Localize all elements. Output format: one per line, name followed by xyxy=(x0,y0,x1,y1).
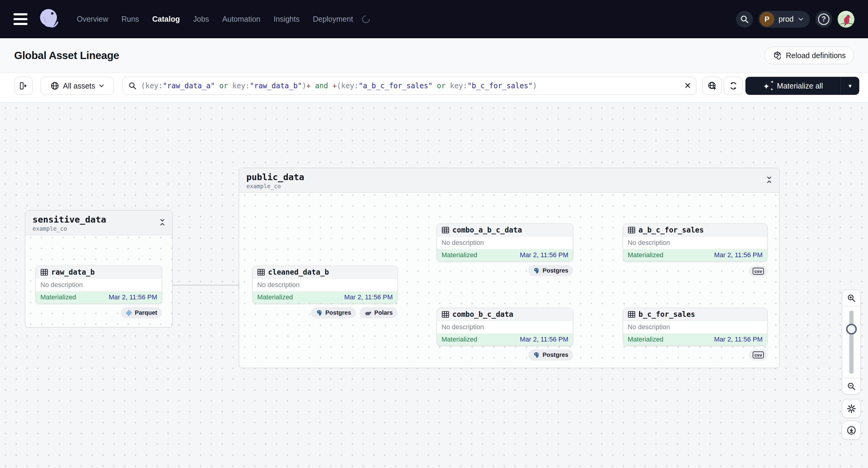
asset-node-cleaned-data-b[interactable]: cleaned_data_b No description Materializ… xyxy=(252,266,398,304)
chevron-down-icon xyxy=(798,17,804,21)
search-icon xyxy=(128,82,137,90)
page-header: Global Asset Lineage Reload definitions xyxy=(0,38,868,73)
parquet-icon xyxy=(126,310,132,316)
asset-name: b_c_for_sales xyxy=(639,310,695,319)
tag-parquet: Parquet xyxy=(121,307,162,318)
tag-label: Postgres xyxy=(542,267,568,274)
menu-icon[interactable] xyxy=(13,10,33,29)
group-header-sensitive-data[interactable]: sensitive_data example_co xyxy=(25,211,172,235)
asset-tags-raw-data-b: Parquet xyxy=(35,307,162,318)
asset-node-combo-a-b-c-data[interactable]: combo_a_b_c_data No description Material… xyxy=(437,223,573,261)
tag-label: Postgres xyxy=(542,351,568,358)
reload-definitions-label: Reload definitions xyxy=(786,51,846,60)
top-navbar: Overview Runs Catalog Jobs Automation In… xyxy=(0,0,868,38)
help-icon: ? xyxy=(818,13,830,25)
postgres-icon xyxy=(533,268,540,274)
panel-expand-icon xyxy=(19,81,28,90)
group-location: example_co xyxy=(33,225,165,232)
materialize-options-button[interactable]: ▾ xyxy=(841,77,859,95)
asset-node-raw-data-b[interactable]: raw_data_b No description Materialized M… xyxy=(35,266,162,304)
new-catalog-view-button[interactable] xyxy=(703,77,722,95)
asset-status-row: Materialized Mar 2, 11:56 PM xyxy=(437,249,573,261)
lineage-canvas[interactable]: sensitive_data example_co public_data ex… xyxy=(0,103,868,468)
status-badge: Materialized xyxy=(628,336,663,343)
nav-item-automation[interactable]: Automation xyxy=(222,15,260,24)
asset-name: raw_data_b xyxy=(51,268,95,277)
nav-item-deployment[interactable]: Deployment xyxy=(313,15,353,24)
tag-csv: csv xyxy=(749,266,767,277)
search-button[interactable] xyxy=(736,11,753,28)
zoom-slider-thumb[interactable] xyxy=(846,324,857,335)
deployment-name: prod xyxy=(779,15,794,24)
asset-status-row: Materialized Mar 2, 11:56 PM xyxy=(437,333,573,345)
status-badge: Materialized xyxy=(257,293,293,301)
nav-item-catalog[interactable]: Catalog xyxy=(152,15,180,24)
nav-item-jobs[interactable]: Jobs xyxy=(193,15,209,24)
group-location: example_co xyxy=(246,183,772,189)
refresh-button[interactable] xyxy=(724,77,743,95)
tag-postgres: Postgres xyxy=(528,349,573,361)
status-badge: Materialized xyxy=(628,251,663,259)
table-icon xyxy=(628,226,636,234)
deployment-switcher[interactable]: P prod xyxy=(758,11,810,28)
group-header-public-data[interactable]: public_data example_co xyxy=(239,168,779,193)
table-icon xyxy=(441,311,450,318)
navbar-right: P prod ? xyxy=(736,11,855,28)
materialize-all-button[interactable]: ✦ ✦ ✦ Materialize all xyxy=(745,77,841,95)
lineage-toolbar: All assets (key:"raw_data_a" or key:"raw… xyxy=(0,73,868,103)
loading-spinner-icon xyxy=(361,13,372,25)
open-sidebar-button[interactable] xyxy=(14,77,33,95)
download-image-button[interactable] xyxy=(842,421,861,440)
status-badge: Materialized xyxy=(40,293,76,301)
dagster-logo-icon[interactable] xyxy=(37,7,62,32)
user-avatar[interactable] xyxy=(838,11,855,28)
asset-status-row: Materialized Mar 2, 11:56 PM xyxy=(36,291,162,303)
zoom-slider-track[interactable] xyxy=(849,311,854,374)
table-icon xyxy=(257,269,265,276)
asset-status-row: Materialized Mar 2, 11:56 PM xyxy=(623,249,767,261)
globe-icon xyxy=(50,81,59,90)
zoom-slider[interactable] xyxy=(842,306,861,378)
materialize-all-label: Materialize all xyxy=(777,82,823,90)
asset-description: No description xyxy=(253,279,397,291)
asset-status-row: Materialized Mar 2, 11:56 PM xyxy=(623,333,767,345)
asset-search-input[interactable]: (key:"raw_data_a" or key:"raw_data_b")+ … xyxy=(123,77,696,95)
table-icon xyxy=(40,269,48,276)
sparkles-icon: ✦ ✦ ✦ xyxy=(763,81,773,91)
nav-item-insights[interactable]: Insights xyxy=(274,15,300,24)
tag-polars: Polars xyxy=(360,307,398,318)
tag-label: Postgres xyxy=(325,309,351,316)
asset-description: No description xyxy=(437,237,573,249)
status-timestamp: Mar 2, 11:56 PM xyxy=(520,336,568,343)
asset-tags-combo-b-c-data: Postgres xyxy=(437,349,573,361)
graph-settings-button[interactable] xyxy=(842,399,861,418)
asset-scope-dropdown[interactable]: All assets xyxy=(41,77,114,95)
nav-item-overview[interactable]: Overview xyxy=(77,15,108,24)
asset-node-combo-b-c-data[interactable]: combo_b_c_data No description Materializ… xyxy=(437,308,573,346)
collapse-group-icon[interactable] xyxy=(158,218,166,226)
chevron-down-icon xyxy=(99,84,104,88)
asset-tags-b-c-for-sales: csv xyxy=(623,349,767,361)
status-timestamp: Mar 2, 11:56 PM xyxy=(714,251,763,259)
zoom-in-button[interactable] xyxy=(842,290,861,306)
help-button[interactable]: ? xyxy=(815,11,832,28)
zoom-out-icon xyxy=(847,382,856,391)
reload-definitions-button[interactable]: Reload definitions xyxy=(765,47,854,64)
asset-tags-combo-a-b-c-data: Postgres xyxy=(437,265,573,276)
page-title: Global Asset Lineage xyxy=(14,50,119,61)
tag-label: Polars xyxy=(374,309,393,316)
status-timestamp: Mar 2, 11:56 PM xyxy=(714,336,763,343)
zoom-controls xyxy=(842,290,861,395)
nav-item-runs[interactable]: Runs xyxy=(121,15,139,24)
table-icon xyxy=(628,311,636,318)
zoom-out-button[interactable] xyxy=(842,378,861,394)
collapse-group-icon[interactable] xyxy=(765,176,773,184)
polars-icon xyxy=(365,310,372,316)
status-timestamp: Mar 2, 11:56 PM xyxy=(520,251,568,259)
asset-description: No description xyxy=(36,279,162,291)
asset-node-b-c-for-sales[interactable]: b_c_for_sales No description Materialize… xyxy=(623,308,767,346)
status-badge: Materialized xyxy=(441,251,477,259)
clear-search-icon[interactable]: ✕ xyxy=(684,82,691,90)
search-query: (key:"raw_data_a" or key:"raw_data_b")+ … xyxy=(141,82,537,90)
asset-node-a-b-c-for-sales[interactable]: a_b_c_for_sales No description Materiali… xyxy=(623,223,767,261)
